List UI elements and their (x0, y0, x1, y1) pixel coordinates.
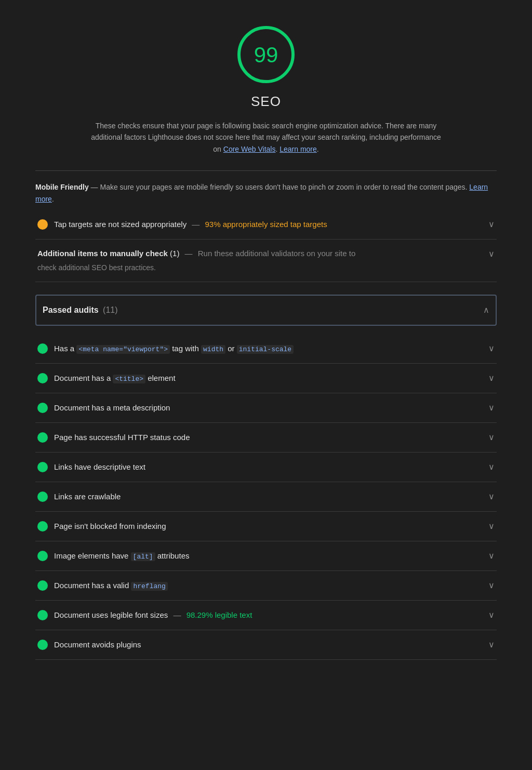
audit-label-hreflang: Document has a valid hreflang (54, 580, 484, 592)
audit-label-meta-description: Document has a meta description (54, 402, 484, 414)
additional-items-section[interactable]: Additional items to manually check (1) —… (35, 240, 497, 282)
audit-chevron-image-alt: ∨ (488, 550, 495, 562)
core-web-vitals-link[interactable]: Core Web Vitals (223, 145, 276, 153)
tap-targets-dash: — (192, 220, 202, 229)
mobile-friendly-section: Mobile Friendly — Make sure your pages a… (35, 170, 497, 210)
font-size-detail: 98.29% legible text (187, 610, 252, 619)
audit-label-viewport: Has a <meta name="viewport"> tag with wi… (54, 343, 484, 355)
additional-items-sub: check additional SEO best practices. (37, 262, 495, 273)
code-title: <title> (113, 375, 145, 383)
code-alt: [alt] (131, 552, 155, 561)
audit-chevron-meta-description: ∨ (488, 402, 495, 414)
audit-chevron-link-text: ∨ (488, 461, 495, 473)
audit-chevron-document-title: ∨ (488, 372, 495, 384)
audit-label-link-text: Links have descriptive text (54, 461, 484, 473)
tap-targets-detail: 93% appropriately sized tap targets (205, 220, 327, 229)
passed-audits-title: Passed audits (11) (43, 304, 483, 316)
audit-icon-link-text (37, 462, 48, 472)
audit-chevron-is-crawlable: ∨ (488, 520, 495, 533)
audit-items-list: Has a <meta name="viewport"> tag with wi… (35, 334, 497, 660)
tap-targets-item[interactable]: Tap targets are not sized appropriately … (35, 210, 497, 240)
audit-chevron-crawlable-anchors: ∨ (488, 490, 495, 503)
additional-items-title: Additional items to manually check (1) —… (37, 248, 484, 260)
audit-label-crawlable-anchors: Links are crawlable (54, 491, 484, 503)
tap-targets-label: Tap targets are not sized appropriately … (54, 219, 484, 231)
audit-item-plugins[interactable]: Document avoids plugins ∨ (35, 630, 497, 660)
audit-item-viewport[interactable]: Has a <meta name="viewport"> tag with wi… (35, 334, 497, 364)
audit-chevron-http-status: ∨ (488, 431, 495, 444)
passed-audits-chevron: ∧ (483, 304, 489, 316)
tap-targets-icon (37, 219, 48, 230)
additional-items-header: Additional items to manually check (1) —… (37, 248, 495, 260)
audit-icon-http-status (37, 432, 48, 443)
audit-icon-hreflang (37, 580, 48, 591)
audit-label-document-title: Document has a <title> element (54, 373, 484, 384)
audit-label-is-crawlable: Page isn't blocked from indexing (54, 521, 484, 533)
audit-item-hreflang[interactable]: Document has a valid hreflang ∨ (35, 571, 497, 601)
audit-item-meta-description[interactable]: Document has a meta description ∨ (35, 393, 497, 423)
audit-chevron-plugins: ∨ (488, 639, 495, 651)
audit-chevron-font-size: ∨ (488, 609, 495, 621)
passed-audits-header[interactable]: Passed audits (11) ∧ (35, 295, 497, 326)
tap-targets-chevron: ∨ (488, 218, 495, 231)
score-value: 99 (254, 38, 278, 71)
mobile-friendly-dash: — (91, 183, 100, 191)
mobile-friendly-title: Mobile Friendly (35, 183, 89, 191)
audit-item-font-size[interactable]: Document uses legible font sizes — 98.29… (35, 601, 497, 630)
audit-icon-meta-description (37, 403, 48, 413)
code-width: width (201, 345, 225, 354)
score-circle: 99 (237, 26, 295, 83)
audit-chevron-hreflang: ∨ (488, 579, 495, 592)
audit-icon-plugins (37, 640, 48, 650)
audit-label-http-status: Page has successful HTTP status code (54, 432, 484, 444)
audit-label-image-alt: Image elements have [alt] attributes (54, 550, 484, 562)
audit-label-font-size: Document uses legible font sizes — 98.29… (54, 609, 484, 621)
code-initial-scale: initial-scale (237, 345, 294, 354)
mobile-friendly-text: Mobile Friendly — Make sure your pages a… (35, 181, 497, 205)
audit-icon-is-crawlable (37, 521, 48, 532)
mobile-friendly-description: Make sure your pages are mobile friendly… (100, 183, 467, 191)
audit-item-crawlable-anchors[interactable]: Links are crawlable ∨ (35, 482, 497, 512)
audit-chevron-viewport: ∨ (488, 342, 495, 355)
audit-icon-font-size (37, 610, 48, 620)
learn-more-link[interactable]: Learn more (280, 145, 317, 153)
code-meta-viewport: <meta name="viewport"> (76, 345, 170, 354)
audit-icon-image-alt (37, 551, 48, 561)
audit-icon-crawlable-anchors (37, 492, 48, 502)
score-description: These checks ensure that your page is fo… (89, 120, 443, 155)
audit-icon-document-title (37, 373, 48, 383)
audit-item-document-title[interactable]: Document has a <title> element ∨ (35, 364, 497, 393)
audit-label-plugins: Document avoids plugins (54, 639, 484, 651)
audit-item-link-text[interactable]: Links have descriptive text ∨ (35, 453, 497, 482)
score-section: 99 SEO These checks ensure that your pag… (35, 10, 497, 165)
audit-item-http-status[interactable]: Page has successful HTTP status code ∨ (35, 423, 497, 453)
audit-item-image-alt[interactable]: Image elements have [alt] attributes ∨ (35, 541, 497, 571)
additional-items-chevron: ∨ (488, 248, 495, 260)
audit-item-is-crawlable[interactable]: Page isn't blocked from indexing ∨ (35, 512, 497, 541)
audit-icon-viewport (37, 343, 48, 354)
code-hreflang: hreflang (131, 582, 167, 591)
score-title: SEO (251, 91, 281, 112)
